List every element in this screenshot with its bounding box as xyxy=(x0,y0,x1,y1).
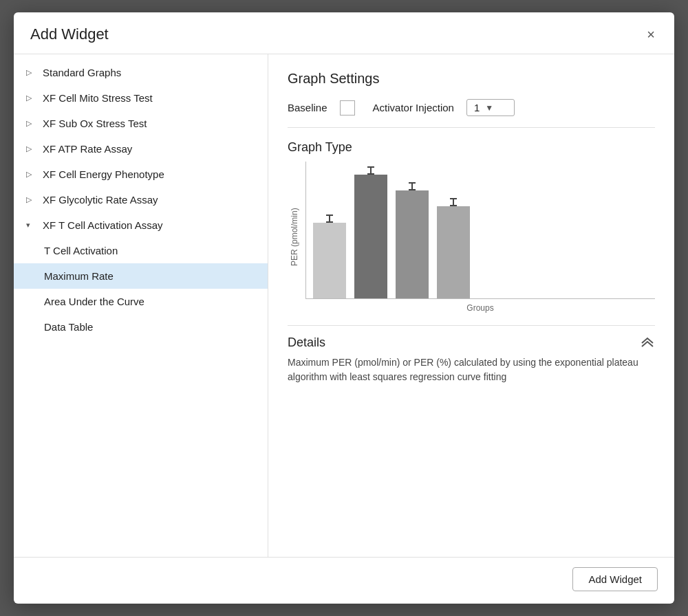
graph-type-title: Graph Type xyxy=(288,140,655,155)
sidebar-item-xf-cell-energy[interactable]: ▷ XF Cell Energy Phenotype xyxy=(14,162,268,187)
close-button[interactable]: × xyxy=(644,25,658,44)
sidebar-item-xf-cell-mito[interactable]: ▷ XF Cell Mito Stress Test xyxy=(14,85,268,111)
bar-chart: PER (pmol/min) Groups xyxy=(288,162,655,313)
add-widget-dialog: Add Widget × ▷ Standard Graphs ▷ XF Cell… xyxy=(14,12,674,604)
sidebar-subitem-label: Data Table xyxy=(44,321,93,333)
bar-body-0 xyxy=(313,223,346,298)
bars-area: Groups xyxy=(305,162,655,313)
details-title: Details xyxy=(288,336,325,350)
sidebar-item-label: XF Sub Ox Stress Test xyxy=(43,118,147,129)
sidebar-subitem-area-under-curve[interactable]: Area Under the Curve xyxy=(14,289,268,314)
graph-type-section: Graph Type PER (pmol/min) Groups xyxy=(288,140,655,313)
activator-dropdown[interactable]: 1 ▼ xyxy=(466,99,515,116)
graph-settings-section: Graph Settings Baseline Activator Inject… xyxy=(288,71,655,140)
dialog-footer: Add Widget xyxy=(14,557,674,604)
details-text: Maximum PER (pmol/min) or PER (%) calcul… xyxy=(288,355,655,384)
dialog-title: Add Widget xyxy=(30,25,109,43)
sidebar-item-standard-graphs[interactable]: ▷ Standard Graphs xyxy=(14,60,268,85)
bar-3 xyxy=(437,198,470,298)
chevron-icon: ▷ xyxy=(26,94,36,102)
dropdown-arrow-icon: ▼ xyxy=(485,103,493,113)
sidebar-subitem-t-cell-activation[interactable]: T Cell Activation xyxy=(14,238,268,263)
sidebar-item-label: XF ATP Rate Assay xyxy=(43,143,132,155)
bar-body-3 xyxy=(437,206,470,298)
dialog-body: ▷ Standard Graphs ▷ XF Cell Mito Stress … xyxy=(14,54,674,557)
chevron-down-icon: ▾ xyxy=(26,221,36,230)
details-section: Details Maximum PER (pmol/min) or PER (%… xyxy=(288,325,655,384)
chevron-icon: ▷ xyxy=(26,68,36,77)
sidebar-item-xf-atp-rate[interactable]: ▷ XF ATP Rate Assay xyxy=(14,136,268,162)
sidebar-subitem-maximum-rate[interactable]: Maximum Rate xyxy=(14,263,268,289)
collapse-button[interactable] xyxy=(640,336,655,350)
bar-body-1 xyxy=(354,175,387,298)
bar-1 xyxy=(354,166,387,298)
activator-value: 1 xyxy=(474,102,480,113)
chart-inner: PER (pmol/min) Groups xyxy=(288,162,655,313)
sidebar-subitem-data-table[interactable]: Data Table xyxy=(14,314,268,340)
sidebar-item-label: XF Glycolytic Rate Assay xyxy=(43,194,158,206)
sidebar-item-xf-t-cell[interactable]: ▾ XF T Cell Activation Assay xyxy=(14,212,268,238)
sidebar-item-label: XF Cell Mito Stress Test xyxy=(43,92,153,104)
sidebar-item-label: Standard Graphs xyxy=(43,67,121,78)
sidebar-item-xf-sub-ox[interactable]: ▷ XF Sub Ox Stress Test xyxy=(14,111,268,136)
graph-settings-title: Graph Settings xyxy=(288,71,655,87)
dialog-header: Add Widget × xyxy=(14,12,674,54)
sidebar-item-xf-glycolytic[interactable]: ▷ XF Glycolytic Rate Assay xyxy=(14,187,268,212)
main-content: Graph Settings Baseline Activator Inject… xyxy=(268,54,674,557)
add-widget-button[interactable]: Add Widget xyxy=(572,567,658,591)
baseline-label: Baseline xyxy=(288,102,327,113)
bar-group-1 xyxy=(354,162,387,298)
chevron-icon: ▷ xyxy=(26,195,36,204)
graph-settings-row: Baseline Activator Injection 1 ▼ xyxy=(288,99,655,128)
sidebar-subitem-label: Area Under the Curve xyxy=(44,296,144,307)
bar-group-2 xyxy=(396,162,429,298)
y-axis-label: PER (pmol/min) xyxy=(288,162,301,313)
bar-0 xyxy=(313,214,346,298)
chevron-icon: ▷ xyxy=(26,144,36,153)
bar-2 xyxy=(396,182,429,298)
sidebar-item-label: XF Cell Energy Phenotype xyxy=(43,168,164,180)
sidebar-item-label: XF T Cell Activation Assay xyxy=(43,219,163,231)
sidebar: ▷ Standard Graphs ▷ XF Cell Mito Stress … xyxy=(14,54,268,557)
bar-group-3 xyxy=(437,162,470,298)
x-axis-label: Groups xyxy=(305,303,655,313)
baseline-checkbox[interactable] xyxy=(340,100,355,116)
bars-row xyxy=(305,162,655,299)
chevron-icon: ▷ xyxy=(26,119,36,128)
sidebar-subitem-label: Maximum Rate xyxy=(44,270,114,282)
bar-group-0 xyxy=(313,162,346,298)
chevron-icon: ▷ xyxy=(26,170,36,179)
collapse-icon xyxy=(640,336,655,347)
sidebar-subitem-label: T Cell Activation xyxy=(44,245,118,256)
details-header: Details xyxy=(288,336,655,350)
bar-body-2 xyxy=(396,190,429,298)
activator-injection-label: Activator Injection xyxy=(373,102,454,113)
